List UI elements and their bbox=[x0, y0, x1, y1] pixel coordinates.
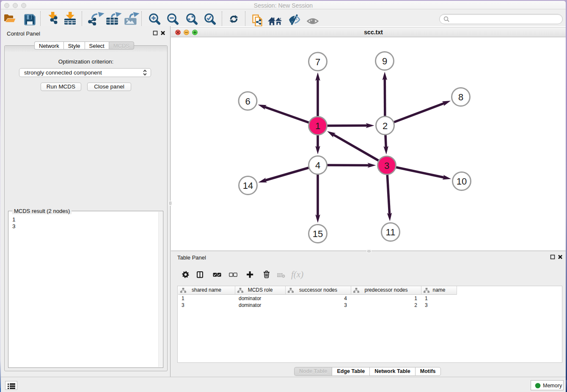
svg-text:8: 8 bbox=[458, 92, 463, 102]
svg-text:10: 10 bbox=[457, 176, 467, 187]
svg-text:15: 15 bbox=[313, 229, 323, 239]
svg-text:f(x): f(x) bbox=[291, 271, 303, 279]
svg-text:9: 9 bbox=[382, 56, 387, 66]
svg-text:3: 3 bbox=[384, 160, 389, 171]
svg-text:7: 7 bbox=[315, 57, 320, 67]
svg-text:11: 11 bbox=[386, 227, 396, 237]
svg-text:2: 2 bbox=[383, 121, 388, 131]
svg-text:14: 14 bbox=[243, 180, 253, 191]
svg-text:4: 4 bbox=[315, 160, 320, 171]
svg-text:6: 6 bbox=[245, 96, 250, 107]
svg-text:1: 1 bbox=[315, 121, 320, 131]
